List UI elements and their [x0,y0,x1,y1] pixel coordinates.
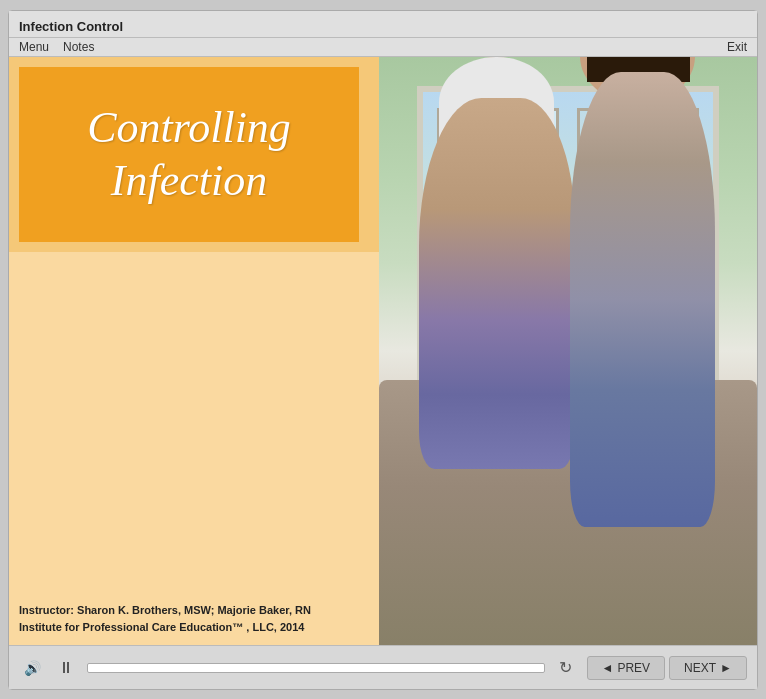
menu-item-menu[interactable]: Menu [19,40,49,54]
prev-button[interactable]: ◄ PREV [587,656,666,680]
slide-title-line1: Controlling [87,103,291,152]
volume-button[interactable]: 🔊 [19,655,45,681]
menu-bar: Menu Notes Exit [9,38,757,57]
prev-label: PREV [617,661,650,675]
slide-title-box: Controlling Infection [19,67,359,242]
next-button[interactable]: NEXT ► [669,656,747,680]
slide-title-text: Controlling Infection [87,102,291,208]
app-title: Infection Control [19,19,123,34]
instructor-info: Instructor: Sharon K. Brothers, MSW; Maj… [19,602,369,635]
instructor-line1: Instructor: Sharon K. Brothers, MSW; Maj… [19,602,369,619]
slide-title-line2: Infection [111,156,267,205]
menu-left: Menu Notes [19,40,94,54]
app-window: Infection Control Menu Notes Exit Contro… [8,10,758,690]
progress-bar[interactable] [87,663,545,673]
instructor-line2: Institute for Professional Care Educatio… [19,619,369,636]
right-photo-panel [379,57,757,645]
lower-panel: Instructor: Sharon K. Brothers, MSW; Maj… [9,252,379,645]
menu-item-notes[interactable]: Notes [63,40,94,54]
slide-area: Controlling Infection Instructor: Sharon… [9,57,757,645]
photo-background [379,57,757,645]
title-bar: Infection Control [9,11,757,38]
next-arrow: ► [720,661,732,675]
person-standing [549,57,757,527]
content-area: Controlling Infection Instructor: Sharon… [9,57,757,689]
prev-arrow: ◄ [602,661,614,675]
controls-bar: 🔊 ⏸ ↻ ◄ PREV NEXT ► [9,645,757,689]
play-pause-button[interactable]: ⏸ [53,655,79,681]
next-label: NEXT [684,661,716,675]
left-panel: Controlling Infection Instructor: Sharon… [9,57,379,645]
nav-buttons: ◄ PREV NEXT ► [587,656,747,680]
exit-button[interactable]: Exit [727,40,747,54]
standing-body [570,72,716,527]
refresh-button[interactable]: ↻ [553,655,579,681]
